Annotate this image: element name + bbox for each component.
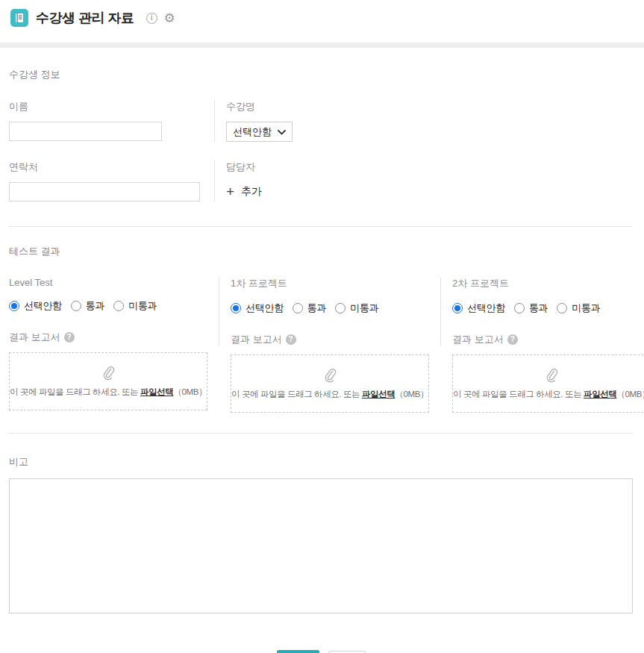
report-label: 결과 보고서 ?	[231, 333, 429, 346]
dropzone-text-before: 이 곳에 파일을 드래그 하세요. 또는	[10, 387, 140, 396]
file-dropzone[interactable]: 이 곳에 파일을 드래그 하세요. 또는 파일선택（0MB）	[452, 354, 644, 413]
course-select[interactable]: 선택안함	[226, 122, 293, 142]
level-test-radio-group: 선택안함 통과 미통과	[9, 299, 207, 313]
radio-icon[interactable]	[557, 303, 567, 313]
help-icon[interactable]: ?	[507, 334, 518, 345]
course-selected-value: 선택안함	[233, 125, 272, 139]
file-select-link[interactable]: 파일선택	[362, 390, 395, 399]
radio-label: 통과	[307, 301, 326, 315]
student-info-row-1: 이름 수강명 선택안함	[9, 100, 633, 142]
radio-icon[interactable]	[514, 303, 525, 313]
dropzone-size-text: （0MB）	[395, 390, 428, 399]
radio-label: 선택안함	[246, 301, 284, 315]
chevron-down-icon	[278, 126, 286, 137]
help-icon[interactable]: ?	[286, 334, 296, 345]
manager-field: 담당자 + 추가	[215, 160, 633, 201]
section-divider	[9, 433, 633, 434]
name-input[interactable]	[9, 122, 162, 141]
plus-icon: +	[226, 184, 234, 199]
form-content: 수강생 정보 이름 수강명 선택안함 연락처 담당자 + 추가	[0, 68, 644, 653]
page-title: 수강생 관리 자료	[36, 9, 134, 27]
dropzone-text-before: 이 곳에 파일을 드래그 하세요. 또는	[453, 390, 584, 399]
radio-option-fail[interactable]: 미통과	[335, 301, 378, 315]
help-icon[interactable]: ?	[64, 332, 75, 343]
radio-option-pass[interactable]: 통과	[71, 299, 104, 313]
project1-radio-group: 선택안함 통과 미통과	[231, 301, 429, 315]
test-results-row: Level Test 선택안함 통과 미통과 결과 보고서 ?	[9, 277, 633, 413]
test-column-title: 1차 프로젝트	[231, 277, 429, 290]
project2-radio-group: 선택안함 통과 미통과	[452, 301, 644, 315]
form-actions: 확인 취소	[9, 650, 633, 653]
paperclip-icon	[101, 366, 115, 383]
radio-option-pass[interactable]: 통과	[514, 301, 548, 315]
radio-label: 선택안함	[467, 301, 505, 315]
test-column-level-test: Level Test 선택안함 통과 미통과 결과 보고서 ?	[9, 277, 219, 413]
file-select-link[interactable]: 파일선택	[584, 390, 616, 399]
dropzone-text: 이 곳에 파일을 드래그 하세요. 또는 파일선택（0MB）	[453, 389, 644, 400]
contact-input[interactable]	[9, 182, 200, 201]
notes-label: 비고	[9, 455, 633, 469]
test-column-title: Level Test	[9, 277, 207, 288]
manager-label: 담당자	[226, 160, 633, 174]
file-dropzone[interactable]: 이 곳에 파일을 드래그 하세요. 또는 파일선택（0MB）	[231, 354, 429, 413]
radio-label: 미통과	[350, 301, 378, 315]
radio-label: 통과	[86, 299, 104, 313]
report-label-text: 결과 보고서	[9, 331, 60, 344]
dropzone-text: 이 곳에 파일을 드래그 하세요. 또는 파일선택（0MB）	[10, 387, 207, 398]
notebook-app-icon	[10, 9, 28, 27]
test-results-section-title: 테스트 결과	[9, 245, 633, 258]
report-label-text: 결과 보고서	[452, 333, 504, 346]
name-field: 이름	[9, 100, 214, 142]
radio-selected-icon[interactable]	[231, 303, 241, 313]
dropzone-size-text: （0MB）	[616, 390, 644, 399]
student-info-section-title: 수강생 정보	[9, 68, 633, 81]
report-label: 결과 보고서 ?	[452, 333, 644, 346]
file-select-link[interactable]: 파일선택	[140, 387, 173, 396]
radio-option-none[interactable]: 선택안함	[231, 301, 284, 315]
section-divider	[9, 226, 633, 227]
course-label: 수강명	[226, 100, 633, 113]
radio-icon[interactable]	[293, 303, 303, 313]
radio-icon[interactable]	[113, 301, 124, 311]
radio-label: 미통과	[128, 299, 157, 313]
name-label: 이름	[9, 100, 214, 113]
contact-field: 연락처	[9, 160, 214, 201]
radio-label: 통과	[529, 301, 548, 315]
gear-icon[interactable]: ⚙	[164, 12, 175, 25]
radio-option-none[interactable]: 선택안함	[9, 299, 62, 313]
test-column-project-2: 2차 프로젝트 선택안함 통과 미통과 결과 보고서 ?	[441, 277, 644, 413]
file-dropzone[interactable]: 이 곳에 파일을 드래그 하세요. 또는 파일선택（0MB）	[9, 352, 207, 410]
add-manager-button[interactable]: + 추가	[226, 184, 262, 199]
report-label: 결과 보고서 ?	[9, 331, 207, 344]
add-manager-label: 추가	[241, 185, 262, 199]
page-header: 수강생 관리 자료 i ⚙	[0, 0, 644, 34]
info-icon[interactable]: i	[146, 13, 157, 24]
radio-selected-icon[interactable]	[9, 301, 19, 311]
radio-option-fail[interactable]: 미통과	[557, 301, 600, 315]
confirm-button[interactable]: 확인	[277, 650, 319, 653]
radio-option-fail[interactable]: 미통과	[113, 299, 157, 313]
test-column-title: 2차 프로젝트	[452, 277, 644, 290]
dropzone-size-text: （0MB）	[173, 387, 207, 396]
header-divider-band	[0, 43, 644, 48]
radio-icon[interactable]	[71, 301, 81, 311]
course-field: 수강명 선택안함	[215, 100, 633, 142]
report-label-text: 결과 보고서	[231, 333, 282, 346]
dropzone-text-before: 이 곳에 파일을 드래그 하세요. 또는	[231, 390, 362, 399]
contact-label: 연락처	[9, 160, 214, 174]
radio-label: 선택안함	[24, 299, 62, 313]
paperclip-icon	[545, 368, 558, 385]
radio-option-none[interactable]: 선택안함	[452, 301, 505, 315]
student-info-row-2: 연락처 담당자 + 추가	[9, 160, 633, 201]
notes-textarea[interactable]	[9, 478, 633, 613]
radio-option-pass[interactable]: 통과	[293, 301, 326, 315]
radio-label: 미통과	[572, 301, 600, 315]
dropzone-text: 이 곳에 파일을 드래그 하세요. 또는 파일선택（0MB）	[231, 389, 428, 400]
test-column-project-1: 1차 프로젝트 선택안함 통과 미통과 결과 보고서 ?	[219, 277, 440, 413]
paperclip-icon	[323, 368, 337, 385]
radio-selected-icon[interactable]	[452, 303, 463, 313]
radio-icon[interactable]	[335, 303, 346, 313]
